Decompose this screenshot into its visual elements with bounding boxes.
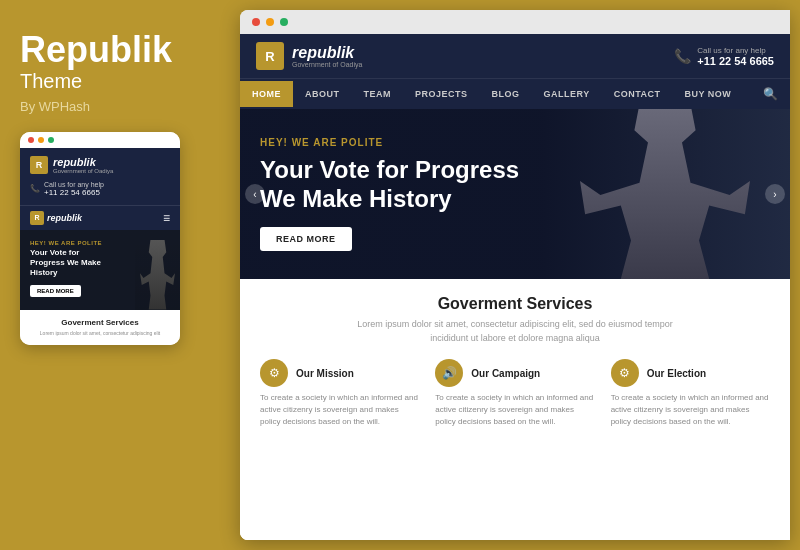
phone-number: +11 22 54 6665 [697,55,774,67]
hero-read-more-button[interactable]: READ MORE [260,227,352,251]
mobile-logo-name: republik [53,156,113,168]
mobile-hamburger-icon[interactable]: ≡ [163,211,170,225]
nav-search-icon[interactable]: 🔍 [751,79,790,109]
mobile-logo-tagline: Government of Oadiya [53,168,113,174]
services-grid: ⚙ Our Mission To create a society in whi… [260,359,770,428]
site-logo-tagline: Government of Oadiya [292,61,362,68]
hero-person-silhouette [580,109,760,279]
site-logo-name: republik [292,45,362,61]
site-nav: HOME ABOUT TEAM PROJECTS BLOG GALLERY CO… [240,78,790,109]
mobile-phone-label: Call us for any help [44,181,104,188]
site-header-phone: 📞 Call us for any help +11 22 54 6665 [674,46,774,67]
service-campaign-text: To create a society in which an informed… [435,392,594,428]
nav-item-projects[interactable]: PROJECTS [403,81,480,107]
website-content: R republik Government of Oadiya 📞 Call u… [240,34,790,540]
service-election-name: Our Election [647,368,706,379]
nav-item-about[interactable]: ABOUT [293,81,352,107]
mobile-hero: HEY! WE ARE POLITE Your Vote for Progres… [20,230,180,310]
browser-chrome [240,10,790,34]
mobile-nav-logo-name: republik [47,213,82,223]
site-header: R republik Government of Oadiya 📞 Call u… [240,34,790,78]
mobile-hero-title: Your Vote for Progress We Make History [30,248,110,279]
mobile-person-silhouette [140,240,175,310]
browser-dot-red [252,18,260,26]
site-logo-text-wrap: republik Government of Oadiya [292,45,362,68]
service-election-text: To create a society in which an informed… [611,392,770,428]
mobile-nav: R republik ≡ [20,205,180,230]
nav-item-team[interactable]: TEAM [352,81,404,107]
right-panel: R republik Government of Oadiya 📞 Call u… [240,10,790,540]
nav-item-home[interactable]: HOME [240,81,293,107]
site-logo-badge: R [256,42,284,70]
mobile-nav-logo: R republik [30,211,82,225]
mobile-header: R republik Government of Oadiya 📞 Call u… [20,148,180,205]
hero-content: HEY! WE ARE POLITE Your Vote for Progres… [240,117,539,272]
service-campaign-icon: 🔊 [435,359,463,387]
hero-prev-arrow[interactable]: ‹ [245,184,265,204]
site-hero: ‹ HEY! WE ARE POLITE Your Vote for Progr… [240,109,790,279]
hero-title: Your Vote for Progress We Make History [260,156,519,214]
service-mission-header: ⚙ Our Mission [260,359,419,387]
service-mission-text: To create a society in which an informed… [260,392,419,428]
theme-title: Republik [20,30,220,70]
services-title: Goverment Services [260,295,770,313]
services-desc: Lorem ipsum dolor sit amet, consectetur … [260,318,770,345]
mobile-hero-person [135,235,180,310]
left-panel: Republik Theme By WPHash R republik Gove… [0,0,240,550]
mobile-nav-logo-badge: R [30,211,44,225]
theme-by: By WPHash [20,99,220,114]
mobile-phone-row: 📞 Call us for any help +11 22 54 6665 [30,181,170,197]
service-election-header: ⚙ Our Election [611,359,770,387]
theme-subtitle: Theme [20,70,220,93]
service-election-icon: ⚙ [611,359,639,387]
phone-icon: 📞 [674,48,691,64]
hero-tag: HEY! WE ARE POLITE [260,137,519,148]
mobile-phone-info: Call us for any help +11 22 54 6665 [44,181,104,197]
service-campaign-header: 🔊 Our Campaign [435,359,594,387]
nav-item-buy-now[interactable]: BUY NOW [673,81,744,107]
mobile-logo-text-wrap: republik Government of Oadiya [53,156,113,174]
hero-next-arrow[interactable]: › [765,184,785,204]
service-item-campaign: 🔊 Our Campaign To create a society in wh… [435,359,594,428]
service-item-mission: ⚙ Our Mission To create a society in whi… [260,359,419,428]
site-logo: R republik Government of Oadiya [256,42,362,70]
person-shape [580,109,750,279]
service-item-election: ⚙ Our Election To create a society in wh… [611,359,770,428]
mobile-dot-red [28,137,34,143]
mobile-phone-number: +11 22 54 6665 [44,188,104,197]
services-section: Goverment Services Lorem ipsum dolor sit… [240,279,790,540]
nav-item-gallery[interactable]: GALLERY [532,81,602,107]
service-campaign-name: Our Campaign [471,368,540,379]
mobile-browser-bar [20,132,180,148]
mobile-dot-green [48,137,54,143]
mobile-hero-read-more-button[interactable]: READ MORE [30,285,81,297]
mobile-phone-icon: 📞 [30,184,40,193]
browser-dot-yellow [266,18,274,26]
mobile-services-title: Goverment Services [28,318,172,327]
mobile-preview: R republik Government of Oadiya 📞 Call u… [20,132,180,345]
nav-item-contact[interactable]: CONTACT [602,81,673,107]
service-mission-name: Our Mission [296,368,354,379]
mobile-logo-row: R republik Government of Oadiya [30,156,170,174]
mobile-logo-badge: R [30,156,48,174]
mobile-services-desc: Lorem ipsum dolor sit amet, consectetur … [28,330,172,337]
nav-item-blog[interactable]: BLOG [480,81,532,107]
mobile-services: Goverment Services Lorem ipsum dolor sit… [20,310,180,345]
mobile-dot-yellow [38,137,44,143]
service-mission-icon: ⚙ [260,359,288,387]
phone-label: Call us for any help [697,46,774,55]
phone-info: Call us for any help +11 22 54 6665 [697,46,774,67]
browser-dot-green [280,18,288,26]
